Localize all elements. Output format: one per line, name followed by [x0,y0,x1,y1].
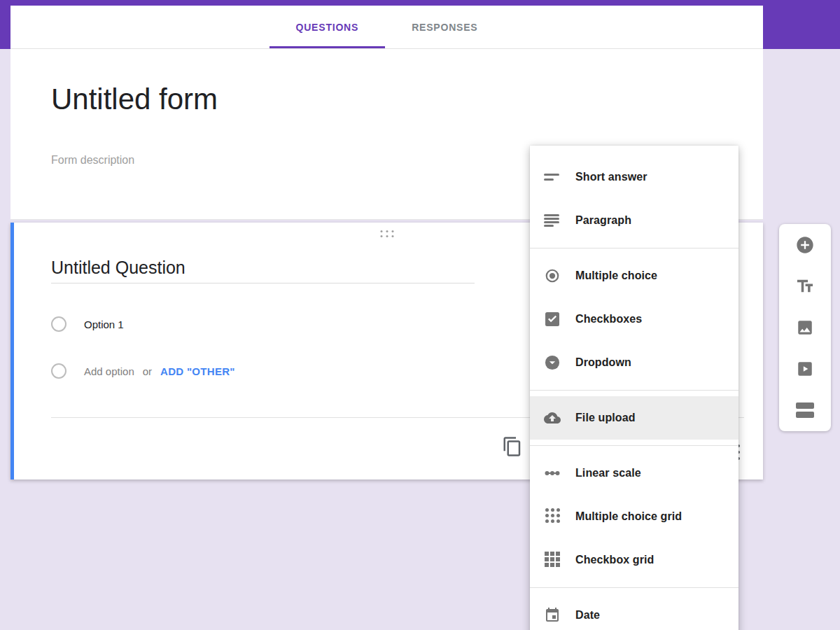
menu-item-date[interactable]: Date [530,594,738,630]
file-upload-icon [544,410,561,426]
tab-questions[interactable]: QUESTIONS [270,6,386,48]
menu-item-linear-scale[interactable]: Linear scale [530,451,738,495]
active-question-indicator [10,223,14,479]
question-title-field[interactable]: Untitled Question [51,258,186,278]
option-row-1: Option 1 [51,316,124,332]
menu-item-checkboxes[interactable]: Checkboxes [530,298,738,341]
duplicate-icon[interactable] [502,436,524,458]
menu-item-multiple-choice[interactable]: Multiple choice [530,254,738,298]
add-option-row: Add option or ADD "OTHER" [51,363,235,379]
question-type-menu: Short answer Paragraph Multiple choice C… [530,146,738,630]
checkbox-grid-icon [544,552,561,568]
radio-icon[interactable] [51,316,66,332]
menu-divider [530,248,738,248]
short-answer-icon [544,169,561,186]
add-option-button[interactable]: Add option [84,365,134,377]
add-title-text-icon[interactable] [795,276,815,296]
multiple-choice-icon [544,267,561,284]
add-section-icon[interactable] [795,400,815,420]
menu-item-paragraph[interactable]: Paragraph [530,199,738,242]
add-image-icon[interactable] [795,318,815,337]
add-question-icon[interactable] [795,235,815,255]
add-other-button[interactable]: ADD "OTHER" [160,365,235,377]
tab-questions-label: QUESTIONS [296,22,359,33]
menu-item-short-answer[interactable]: Short answer [530,155,738,199]
checkboxes-icon [544,311,561,328]
menu-item-dropdown[interactable]: Dropdown [530,341,738,384]
menu-divider [530,445,738,446]
dropdown-icon [544,354,561,371]
option-1-label[interactable]: Option 1 [84,318,124,330]
date-icon [544,607,561,624]
linear-scale-icon [544,465,561,482]
add-video-icon[interactable] [795,359,815,379]
radio-icon [51,363,66,379]
tab-responses[interactable]: RESPONSES [385,6,504,48]
multiple-choice-grid-icon [544,508,561,525]
menu-divider [530,390,738,391]
menu-item-file-upload[interactable]: File upload [530,396,738,440]
tab-responses-label: RESPONSES [412,22,477,33]
paragraph-icon [544,212,561,229]
tabs-bar: QUESTIONS RESPONSES [10,6,763,49]
side-toolbar [779,224,831,431]
form-description-field[interactable]: Form description [51,154,134,167]
drag-handle-icon[interactable] [380,230,393,237]
or-text: or [143,365,152,377]
menu-item-multiple-choice-grid[interactable]: Multiple choice grid [530,495,738,538]
menu-item-checkbox-grid[interactable]: Checkbox grid [530,538,738,582]
form-title-field[interactable]: Untitled form [51,83,218,116]
menu-divider [530,587,738,588]
question-title-underline [51,283,475,284]
